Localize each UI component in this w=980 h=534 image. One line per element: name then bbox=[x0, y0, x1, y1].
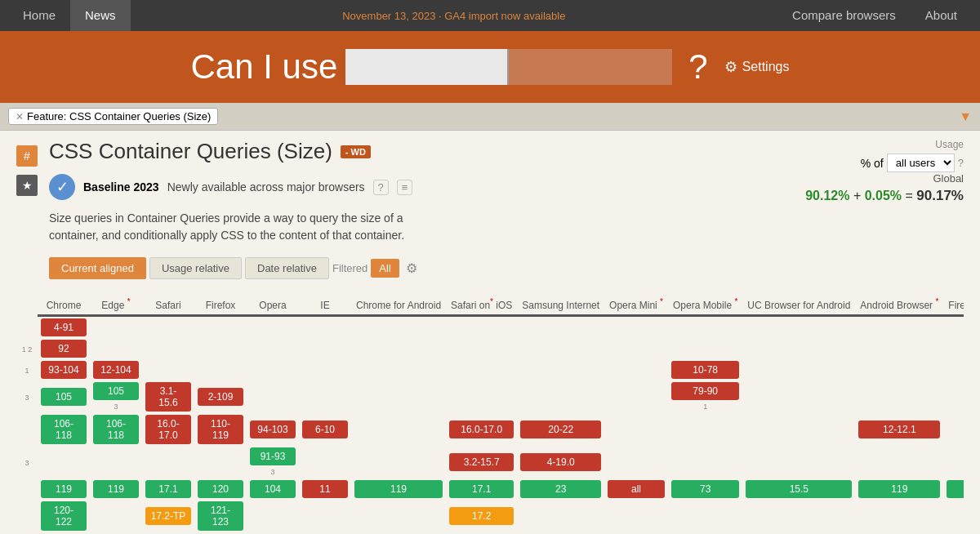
hero-title: Can I use bbox=[191, 47, 338, 87]
cell-safari-ios bbox=[446, 359, 517, 380]
cell-safari[interactable]: 16.0-17.0 bbox=[142, 413, 194, 446]
baseline-help-icon[interactable]: ? bbox=[373, 180, 389, 195]
cell-opera-mini bbox=[604, 338, 668, 359]
nav-about[interactable]: About bbox=[911, 0, 972, 31]
nav-home[interactable]: Home bbox=[8, 0, 70, 31]
cell-opera bbox=[247, 380, 299, 413]
cell-safari-ios[interactable]: 17.1 bbox=[446, 478, 517, 500]
tab-usage-relative[interactable]: Usage relative bbox=[149, 257, 242, 279]
cell-safari-ios[interactable]: 3.2-15.7 bbox=[446, 446, 517, 478]
cell-opera-mobile[interactable]: 10-78 bbox=[668, 359, 742, 380]
cell-edge[interactable]: 12-104 bbox=[90, 359, 142, 380]
cell-safari-ios[interactable]: 16.0-17.0 bbox=[446, 413, 517, 446]
cell-opera-mobile bbox=[668, 413, 742, 446]
cell-firefox[interactable]: 2-109 bbox=[194, 380, 247, 413]
cell-samsung bbox=[517, 316, 604, 339]
cell-android bbox=[855, 500, 943, 532]
cell-chrome-android bbox=[351, 380, 446, 413]
close-icon[interactable]: ✕ bbox=[16, 111, 24, 122]
cell-chrome[interactable]: 105 bbox=[38, 380, 90, 413]
main-content: # ★ CSS Container Queries (Size) - WD ✓ … bbox=[0, 131, 980, 534]
cell-edge[interactable]: 119 bbox=[90, 478, 142, 500]
cell-chrome-android bbox=[351, 446, 446, 478]
cell-chrome[interactable]: 93-104 bbox=[38, 359, 90, 380]
cell-uc bbox=[742, 338, 855, 359]
cell-uc bbox=[742, 500, 855, 532]
cell-android bbox=[855, 380, 943, 413]
cell-edge[interactable]: 106-118 bbox=[90, 413, 142, 446]
nav-link[interactable]: GA4 import now available bbox=[444, 10, 565, 22]
cell-chrome[interactable]: 120-122 bbox=[38, 500, 90, 532]
cell-firefox[interactable]: 110-119 bbox=[194, 413, 247, 446]
hash-button[interactable]: # bbox=[16, 145, 38, 167]
tab-settings-icon[interactable]: ⚙ bbox=[406, 260, 417, 276]
cell-firefox-android bbox=[943, 446, 964, 478]
cell-ie[interactable]: 6-10 bbox=[299, 413, 351, 446]
checkmark-icon: ✓ bbox=[56, 178, 69, 196]
cell-firefox-android[interactable]: 119 bbox=[943, 478, 964, 500]
nav-compare[interactable]: Compare browsers bbox=[777, 0, 911, 31]
th-firefox-android: Firefox for Android bbox=[943, 294, 964, 316]
gear-icon: ⚙ bbox=[724, 58, 737, 76]
usage-help-icon[interactable]: ? bbox=[958, 157, 964, 169]
filter-icon[interactable]: ▼ bbox=[959, 109, 972, 124]
baseline-icon: ✓ bbox=[49, 174, 75, 200]
cell-firefox[interactable]: 120 bbox=[194, 478, 247, 500]
tab-date-relative[interactable]: Date relative bbox=[245, 257, 329, 279]
cell-samsung[interactable]: 23 bbox=[517, 478, 604, 500]
cell-opera-mini bbox=[604, 380, 668, 413]
cell-opera-mini bbox=[604, 359, 668, 380]
cell-ie[interactable]: 11 bbox=[299, 478, 351, 500]
cell-firefox[interactable]: 121-123 bbox=[194, 500, 247, 532]
cell-opera-mini[interactable]: all bbox=[604, 478, 668, 500]
baseline-bookmark-icon[interactable]: ≡ bbox=[397, 180, 413, 195]
cell-chrome[interactable]: 92 bbox=[38, 338, 90, 359]
cell-ie bbox=[299, 380, 351, 413]
cell-samsung[interactable]: 20-22 bbox=[517, 413, 604, 446]
cell-android[interactable]: 119 bbox=[855, 478, 943, 500]
cell-chrome[interactable]: 4-91 bbox=[38, 316, 90, 339]
table-row: 3 91-933 3.2-15.7 4-19.0 bbox=[16, 446, 964, 478]
usage-plus: + bbox=[853, 189, 861, 202]
cell-android[interactable]: 12-12.1 bbox=[855, 413, 943, 446]
cell-chrome[interactable]: 106-118 bbox=[38, 413, 90, 446]
cell-safari[interactable]: 17.1 bbox=[142, 478, 194, 500]
usage-numbers: 90.12% + 0.05% = 90.17% bbox=[751, 188, 964, 204]
navigation: Home News November 13, 2023 · GA4 import… bbox=[0, 0, 980, 31]
cell-opera[interactable]: 91-933 bbox=[247, 446, 299, 478]
cell-safari-ios[interactable]: 17.2 bbox=[446, 500, 517, 532]
settings-button[interactable]: ⚙ Settings bbox=[724, 58, 790, 76]
cell-chrome-android[interactable]: 119 bbox=[351, 478, 446, 500]
star-button[interactable]: ★ bbox=[16, 175, 38, 196]
cell-opera-mini bbox=[604, 446, 668, 478]
cell-opera[interactable]: 104 bbox=[247, 478, 299, 500]
cell-safari[interactable]: 3.1-15.6 bbox=[142, 380, 194, 413]
cell-opera[interactable]: 94-103 bbox=[247, 413, 299, 446]
tab-current-aligned[interactable]: Current aligned bbox=[49, 257, 146, 279]
search-input-1[interactable] bbox=[345, 49, 509, 85]
cell-android bbox=[855, 446, 943, 478]
cell-firefox bbox=[194, 316, 247, 339]
row-icon bbox=[16, 478, 38, 500]
cell-samsung bbox=[517, 500, 604, 532]
cell-edge[interactable]: 1053 bbox=[90, 380, 142, 413]
spec-badge: - WD bbox=[341, 145, 371, 158]
nav-news[interactable]: News bbox=[70, 0, 131, 31]
cell-uc[interactable]: 15.5 bbox=[742, 478, 855, 500]
th-safari: Safari bbox=[142, 294, 194, 316]
breadcrumb-tag[interactable]: ✕ Feature: CSS Container Queries (Size) bbox=[8, 108, 218, 125]
cell-ie bbox=[299, 316, 351, 339]
cell-safari[interactable]: 17.2-TP bbox=[142, 500, 194, 532]
cell-chrome[interactable]: 119 bbox=[38, 478, 90, 500]
th-android: Android Browser * bbox=[855, 294, 943, 316]
usage-user-select[interactable]: all users bbox=[887, 154, 955, 172]
cell-opera-mobile[interactable]: 79-901 bbox=[668, 380, 742, 413]
row-icon bbox=[16, 413, 38, 446]
cell-firefox-android bbox=[943, 316, 964, 339]
table-row: 1 2 92 bbox=[16, 338, 964, 359]
cell-opera-mobile[interactable]: 73 bbox=[668, 478, 742, 500]
tab-all-button[interactable]: All bbox=[371, 259, 399, 278]
search-input-2[interactable] bbox=[509, 49, 672, 85]
th-ie: IE bbox=[299, 294, 351, 316]
cell-samsung[interactable]: 4-19.0 bbox=[517, 446, 604, 478]
